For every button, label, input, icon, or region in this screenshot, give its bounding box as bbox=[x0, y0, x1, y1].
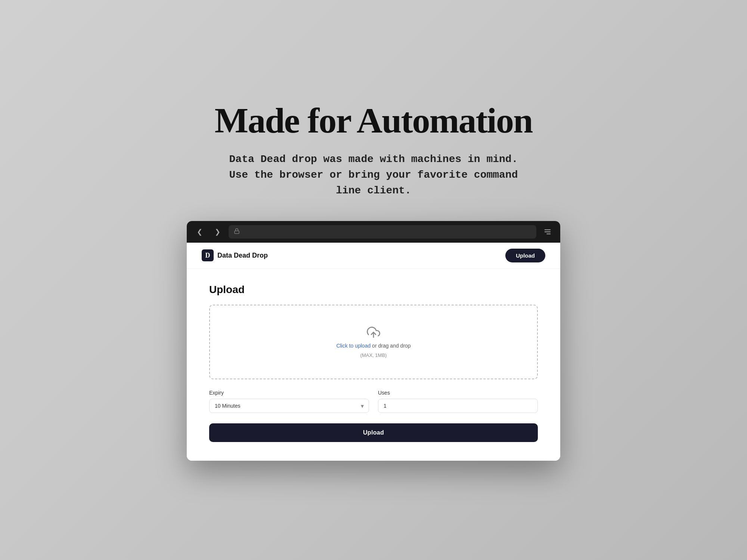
main-section: Upload Click to upload or drag and drop … bbox=[187, 269, 560, 461]
dropzone-text: Click to upload or drag and drop bbox=[336, 343, 410, 349]
browser-toolbar bbox=[187, 221, 560, 243]
svg-rect-0 bbox=[235, 231, 239, 233]
uses-input[interactable] bbox=[378, 399, 538, 413]
hero-subtitle: Data Dead drop was made with machines in… bbox=[220, 152, 527, 199]
hero-title: Made for Automation bbox=[215, 100, 533, 141]
click-to-upload-text[interactable]: Click to upload bbox=[336, 343, 371, 349]
file-size-limit: (MAX, 1MB) bbox=[360, 352, 387, 358]
expiry-group: Expiry 1 Minute 5 Minutes 10 Minutes 30 … bbox=[209, 390, 369, 413]
logo-letter: D bbox=[205, 252, 210, 259]
page-title: Upload bbox=[209, 284, 538, 296]
uses-label: Uses bbox=[378, 390, 538, 396]
browser-forward-button[interactable] bbox=[211, 225, 224, 239]
drag-drop-text: or drag and drop bbox=[371, 343, 410, 349]
chevron-left-icon bbox=[197, 228, 202, 236]
browser-back-button[interactable] bbox=[193, 225, 206, 239]
chevron-right-icon bbox=[215, 228, 220, 236]
address-bar[interactable] bbox=[229, 225, 536, 239]
upload-dropzone[interactable]: Click to upload or drag and drop (MAX, 1… bbox=[209, 305, 538, 379]
expiry-label: Expiry bbox=[209, 390, 369, 396]
lock-icon bbox=[234, 228, 240, 236]
browser-window: D Data Dead Drop Upload Upload bbox=[187, 221, 560, 461]
submit-upload-button[interactable]: Upload bbox=[209, 423, 538, 442]
upload-icon bbox=[367, 326, 380, 339]
app-name: Data Dead Drop bbox=[217, 252, 268, 259]
upload-form-row: Expiry 1 Minute 5 Minutes 10 Minutes 30 … bbox=[209, 390, 538, 413]
app-header: D Data Dead Drop Upload bbox=[187, 243, 560, 269]
logo-icon: D bbox=[202, 249, 214, 261]
header-upload-button[interactable]: Upload bbox=[505, 249, 545, 262]
expiry-select[interactable]: 1 Minute 5 Minutes 10 Minutes 30 Minutes… bbox=[209, 399, 369, 413]
browser-menu-button[interactable] bbox=[541, 225, 554, 239]
app-logo: D Data Dead Drop bbox=[202, 249, 268, 261]
app-content: D Data Dead Drop Upload Upload bbox=[187, 243, 560, 461]
expiry-select-wrapper: 1 Minute 5 Minutes 10 Minutes 30 Minutes… bbox=[209, 399, 369, 413]
uses-group: Uses bbox=[378, 390, 538, 413]
